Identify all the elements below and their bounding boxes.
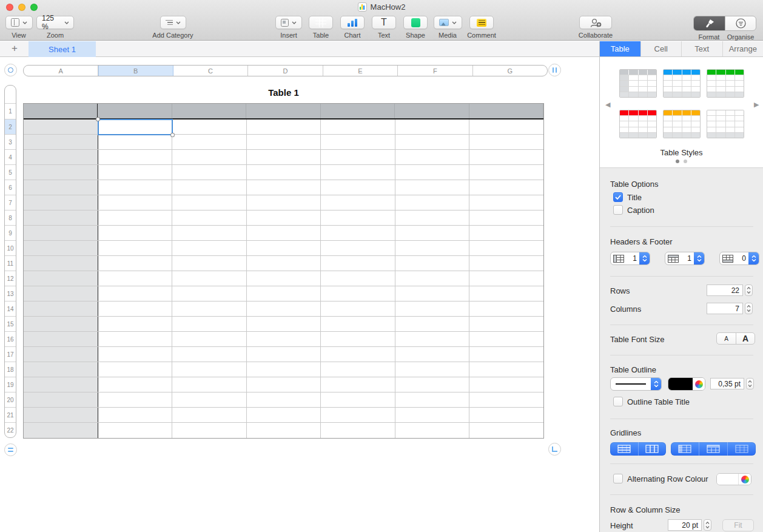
- cell-A15[interactable]: [24, 317, 98, 331]
- cell-C2[interactable]: [172, 120, 247, 134]
- media-button[interactable]: [434, 16, 462, 29]
- cell-A19[interactable]: [24, 377, 98, 392]
- cell-E9[interactable]: [321, 226, 395, 240]
- cell-D4[interactable]: [247, 150, 321, 164]
- cell-C7[interactable]: [172, 195, 247, 210]
- row-header-5[interactable]: 5: [5, 164, 16, 180]
- cell-B14[interactable]: [98, 301, 173, 316]
- cell-E22[interactable]: [321, 423, 395, 438]
- row-header-10[interactable]: 10: [5, 240, 16, 255]
- cell-B8[interactable]: [98, 210, 173, 225]
- cell-E14[interactable]: [321, 301, 395, 316]
- row-header-14[interactable]: 14: [5, 301, 16, 316]
- outline-line-style-dropdown[interactable]: [610, 377, 662, 391]
- cell-A10[interactable]: [24, 241, 98, 255]
- cell-G20[interactable]: [469, 392, 543, 407]
- caption-checkbox-row[interactable]: Caption: [613, 205, 654, 215]
- chart-button[interactable]: [340, 16, 365, 29]
- columns-stepper[interactable]: [745, 303, 753, 314]
- cell-C14[interactable]: [172, 301, 247, 316]
- cell-D22[interactable]: [247, 423, 321, 438]
- cell-C20[interactable]: [172, 392, 247, 407]
- cell-B22[interactable]: [98, 423, 173, 438]
- row-header-13[interactable]: 13: [5, 286, 16, 301]
- table-style-orange[interactable]: [663, 110, 701, 138]
- cell-F6[interactable]: [395, 180, 470, 195]
- increase-font-button[interactable]: A: [736, 333, 755, 344]
- cell-E11[interactable]: [321, 256, 395, 271]
- cell-E1[interactable]: [321, 104, 395, 118]
- cell-B1[interactable]: [98, 104, 172, 118]
- shape-button[interactable]: [403, 16, 428, 29]
- cell-G9[interactable]: [469, 226, 543, 240]
- cell-D5[interactable]: [247, 165, 321, 180]
- tab-table[interactable]: Table: [600, 41, 640, 56]
- cell-C9[interactable]: [172, 226, 247, 240]
- table-style-green[interactable]: [707, 69, 744, 98]
- cell-C5[interactable]: [172, 165, 247, 180]
- cell-B9[interactable]: [98, 226, 173, 240]
- cell-F1[interactable]: [395, 104, 469, 118]
- cell-D8[interactable]: [247, 210, 321, 225]
- cell-E17[interactable]: [321, 347, 395, 362]
- cell-B18[interactable]: [98, 362, 173, 377]
- line-style-stepper-buttons[interactable]: [651, 378, 661, 390]
- fit-button[interactable]: Fit: [722, 519, 754, 531]
- table-style-plain[interactable]: [707, 110, 744, 138]
- footer-rows-stepper[interactable]: 0: [719, 252, 759, 265]
- header-columns-stepper[interactable]: 1: [610, 252, 650, 265]
- cell-D16[interactable]: [247, 332, 321, 346]
- column-header-f[interactable]: F: [398, 66, 472, 76]
- alternating-row-colour-checkbox[interactable]: [613, 474, 623, 483]
- cell-A2[interactable]: [24, 120, 98, 134]
- table-style-grey[interactable]: [619, 69, 657, 98]
- cell-G14[interactable]: [469, 301, 543, 316]
- cell-E4[interactable]: [321, 150, 395, 164]
- cell-E19[interactable]: [321, 377, 395, 392]
- cell-D13[interactable]: [247, 286, 321, 301]
- cell-G1[interactable]: [469, 104, 543, 118]
- cell-E6[interactable]: [321, 180, 395, 195]
- column-header-g[interactable]: G: [473, 66, 547, 76]
- header-column-gridlines-button[interactable]: [671, 442, 699, 456]
- cell-D18[interactable]: [247, 362, 321, 377]
- cell-E12[interactable]: [321, 271, 395, 286]
- collaborate-button[interactable]: [579, 16, 612, 29]
- cell-A20[interactable]: [24, 392, 98, 407]
- cell-G7[interactable]: [469, 195, 543, 210]
- cell-C18[interactable]: [172, 362, 247, 377]
- zoom-button[interactable]: 125 %: [36, 16, 74, 29]
- cell-A17[interactable]: [24, 347, 98, 362]
- cell-D19[interactable]: [247, 377, 321, 392]
- cell-D7[interactable]: [247, 195, 321, 210]
- outline-color-well[interactable]: [668, 377, 705, 391]
- cell-B10[interactable]: [98, 241, 173, 255]
- cell-E8[interactable]: [321, 210, 395, 225]
- cell-E5[interactable]: [321, 165, 395, 180]
- cell-G2[interactable]: [469, 120, 543, 134]
- cell-C12[interactable]: [172, 271, 247, 286]
- add-sheet-button[interactable]: +: [9, 42, 20, 55]
- cell-A3[interactable]: [24, 135, 98, 149]
- cell-F10[interactable]: [395, 241, 470, 255]
- alternating-colour-swatch[interactable]: [717, 474, 739, 485]
- cell-F20[interactable]: [395, 392, 470, 407]
- selection-handle-top-left[interactable]: [96, 117, 100, 121]
- cell-E15[interactable]: [321, 317, 395, 331]
- cell-F19[interactable]: [395, 377, 470, 392]
- row-header-1[interactable]: 1: [5, 103, 16, 119]
- cell-B20[interactable]: [98, 392, 173, 407]
- cell-A4[interactable]: [24, 150, 98, 164]
- column-header-b[interactable]: B: [98, 66, 173, 76]
- cell-C16[interactable]: [172, 332, 247, 346]
- cell-F7[interactable]: [395, 195, 470, 210]
- cell-B4[interactable]: [98, 150, 173, 164]
- cell-B11[interactable]: [98, 256, 173, 271]
- cell-B7[interactable]: [98, 195, 173, 210]
- cell-D20[interactable]: [247, 392, 321, 407]
- row-header-21[interactable]: 21: [5, 407, 16, 422]
- cell-D15[interactable]: [247, 317, 321, 331]
- cell-F2[interactable]: [395, 120, 470, 134]
- outline-width-input[interactable]: 0,35 pt: [710, 378, 744, 389]
- row-header-12[interactable]: 12: [5, 271, 16, 286]
